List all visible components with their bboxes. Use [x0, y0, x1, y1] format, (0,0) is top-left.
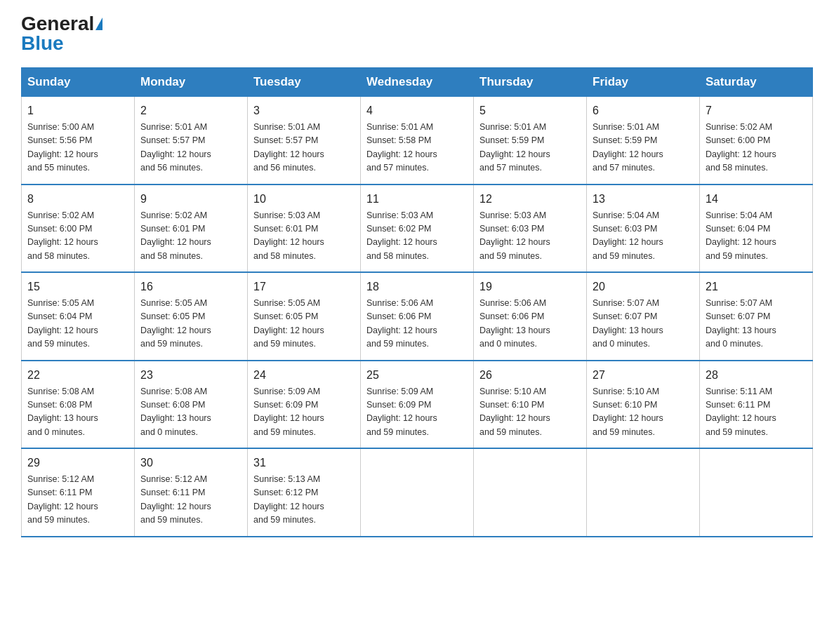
table-row	[700, 448, 813, 537]
logo-triangle-icon	[95, 18, 102, 30]
table-row: 15Sunrise: 5:05 AMSunset: 6:04 PMDayligh…	[22, 272, 135, 361]
day-info: Sunrise: 5:01 AMSunset: 5:57 PMDaylight:…	[253, 121, 355, 175]
calendar-table: Sunday Monday Tuesday Wednesday Thursday…	[21, 67, 813, 537]
table-row: 29Sunrise: 5:12 AMSunset: 6:11 PMDayligh…	[22, 448, 135, 537]
table-row: 28Sunrise: 5:11 AMSunset: 6:11 PMDayligh…	[700, 361, 813, 449]
day-number: 2	[140, 102, 241, 119]
day-number: 5	[479, 102, 581, 119]
col-wednesday: Wednesday	[361, 68, 474, 97]
day-number: 18	[366, 279, 468, 295]
week-row-4: 22Sunrise: 5:08 AMSunset: 6:08 PMDayligh…	[22, 361, 813, 449]
day-info: Sunrise: 5:01 AMSunset: 5:57 PMDaylight:…	[140, 121, 241, 175]
table-row: 25Sunrise: 5:09 AMSunset: 6:09 PMDayligh…	[361, 361, 474, 449]
table-row: 17Sunrise: 5:05 AMSunset: 6:05 PMDayligh…	[248, 272, 361, 361]
day-number: 7	[706, 102, 807, 119]
day-number: 28	[706, 367, 807, 384]
table-row: 19Sunrise: 5:06 AMSunset: 6:06 PMDayligh…	[474, 272, 587, 361]
day-info: Sunrise: 5:10 AMSunset: 6:10 PMDaylight:…	[479, 385, 581, 440]
day-info: Sunrise: 5:11 AMSunset: 6:11 PMDaylight:…	[706, 385, 807, 440]
day-number: 9	[140, 191, 241, 208]
table-row: 1Sunrise: 5:00 AMSunset: 5:56 PMDaylight…	[22, 97, 135, 185]
table-row: 30Sunrise: 5:12 AMSunset: 6:11 PMDayligh…	[135, 448, 248, 537]
day-number: 17	[253, 279, 355, 295]
table-row: 6Sunrise: 5:01 AMSunset: 5:59 PMDaylight…	[587, 97, 700, 185]
week-row-1: 1Sunrise: 5:00 AMSunset: 5:56 PMDaylight…	[22, 97, 813, 185]
logo-general-text: General	[21, 14, 94, 34]
week-row-2: 8Sunrise: 5:02 AMSunset: 6:00 PMDaylight…	[22, 185, 813, 273]
day-number: 22	[27, 367, 128, 384]
table-row: 27Sunrise: 5:10 AMSunset: 6:10 PMDayligh…	[587, 361, 700, 449]
logo-blue-text: Blue	[21, 34, 64, 53]
col-monday: Monday	[135, 68, 248, 97]
day-info: Sunrise: 5:06 AMSunset: 6:06 PMDaylight:…	[366, 297, 468, 351]
table-row: 11Sunrise: 5:03 AMSunset: 6:02 PMDayligh…	[361, 185, 474, 273]
day-info: Sunrise: 5:07 AMSunset: 6:07 PMDaylight:…	[593, 297, 694, 351]
day-info: Sunrise: 5:02 AMSunset: 6:01 PMDaylight:…	[140, 209, 241, 264]
day-number: 29	[27, 455, 128, 471]
table-row: 31Sunrise: 5:13 AMSunset: 6:12 PMDayligh…	[248, 448, 361, 537]
day-info: Sunrise: 5:07 AMSunset: 6:07 PMDaylight:…	[706, 297, 807, 351]
day-info: Sunrise: 5:13 AMSunset: 6:12 PMDaylight:…	[253, 473, 355, 528]
day-number: 19	[479, 279, 581, 295]
day-info: Sunrise: 5:01 AMSunset: 5:59 PMDaylight:…	[479, 121, 581, 175]
header-row: Sunday Monday Tuesday Wednesday Thursday…	[22, 68, 813, 97]
day-number: 10	[253, 191, 355, 208]
day-number: 1	[27, 102, 128, 119]
col-friday: Friday	[587, 68, 700, 97]
table-row: 5Sunrise: 5:01 AMSunset: 5:59 PMDaylight…	[474, 97, 587, 185]
day-number: 26	[479, 367, 581, 384]
day-info: Sunrise: 5:01 AMSunset: 5:58 PMDaylight:…	[366, 121, 468, 175]
day-number: 11	[366, 191, 468, 208]
day-number: 20	[593, 279, 694, 295]
day-number: 27	[593, 367, 694, 384]
day-info: Sunrise: 5:01 AMSunset: 5:59 PMDaylight:…	[593, 121, 694, 175]
table-row: 23Sunrise: 5:08 AMSunset: 6:08 PMDayligh…	[135, 361, 248, 449]
table-row: 12Sunrise: 5:03 AMSunset: 6:03 PMDayligh…	[474, 185, 587, 273]
table-row: 22Sunrise: 5:08 AMSunset: 6:08 PMDayligh…	[22, 361, 135, 449]
table-row	[587, 448, 700, 537]
day-info: Sunrise: 5:02 AMSunset: 6:00 PMDaylight:…	[27, 209, 128, 264]
day-info: Sunrise: 5:05 AMSunset: 6:05 PMDaylight:…	[253, 297, 355, 351]
table-row: 9Sunrise: 5:02 AMSunset: 6:01 PMDaylight…	[135, 185, 248, 273]
page-header: General Blue	[21, 14, 813, 53]
table-row: 2Sunrise: 5:01 AMSunset: 5:57 PMDaylight…	[135, 97, 248, 185]
day-number: 4	[366, 102, 468, 119]
day-info: Sunrise: 5:12 AMSunset: 6:11 PMDaylight:…	[27, 473, 128, 528]
day-info: Sunrise: 5:09 AMSunset: 6:09 PMDaylight:…	[253, 385, 355, 440]
table-row: 4Sunrise: 5:01 AMSunset: 5:58 PMDaylight…	[361, 97, 474, 185]
table-row: 16Sunrise: 5:05 AMSunset: 6:05 PMDayligh…	[135, 272, 248, 361]
table-row: 21Sunrise: 5:07 AMSunset: 6:07 PMDayligh…	[700, 272, 813, 361]
day-number: 14	[706, 191, 807, 208]
day-number: 8	[27, 191, 128, 208]
col-thursday: Thursday	[474, 68, 587, 97]
table-row: 20Sunrise: 5:07 AMSunset: 6:07 PMDayligh…	[587, 272, 700, 361]
day-number: 12	[479, 191, 581, 208]
logo: General Blue	[21, 14, 102, 53]
day-number: 30	[140, 455, 241, 471]
day-number: 23	[140, 367, 241, 384]
day-number: 16	[140, 279, 241, 295]
day-info: Sunrise: 5:09 AMSunset: 6:09 PMDaylight:…	[366, 385, 468, 440]
day-info: Sunrise: 5:04 AMSunset: 6:04 PMDaylight:…	[706, 209, 807, 264]
table-row: 8Sunrise: 5:02 AMSunset: 6:00 PMDaylight…	[22, 185, 135, 273]
table-row: 3Sunrise: 5:01 AMSunset: 5:57 PMDaylight…	[248, 97, 361, 185]
day-number: 15	[27, 279, 128, 295]
day-info: Sunrise: 5:12 AMSunset: 6:11 PMDaylight:…	[140, 473, 241, 528]
week-row-5: 29Sunrise: 5:12 AMSunset: 6:11 PMDayligh…	[22, 448, 813, 537]
day-number: 21	[706, 279, 807, 295]
week-row-3: 15Sunrise: 5:05 AMSunset: 6:04 PMDayligh…	[22, 272, 813, 361]
day-number: 13	[593, 191, 694, 208]
table-row: 14Sunrise: 5:04 AMSunset: 6:04 PMDayligh…	[700, 185, 813, 273]
table-row: 13Sunrise: 5:04 AMSunset: 6:03 PMDayligh…	[587, 185, 700, 273]
day-info: Sunrise: 5:05 AMSunset: 6:04 PMDaylight:…	[27, 297, 128, 351]
table-row: 7Sunrise: 5:02 AMSunset: 6:00 PMDaylight…	[700, 97, 813, 185]
table-row	[474, 448, 587, 537]
day-info: Sunrise: 5:04 AMSunset: 6:03 PMDaylight:…	[593, 209, 694, 264]
col-saturday: Saturday	[700, 68, 813, 97]
day-info: Sunrise: 5:00 AMSunset: 5:56 PMDaylight:…	[27, 121, 128, 175]
day-info: Sunrise: 5:10 AMSunset: 6:10 PMDaylight:…	[593, 385, 694, 440]
day-info: Sunrise: 5:03 AMSunset: 6:02 PMDaylight:…	[366, 209, 468, 264]
day-info: Sunrise: 5:08 AMSunset: 6:08 PMDaylight:…	[140, 385, 241, 440]
day-info: Sunrise: 5:06 AMSunset: 6:06 PMDaylight:…	[479, 297, 581, 351]
day-number: 25	[366, 367, 468, 384]
